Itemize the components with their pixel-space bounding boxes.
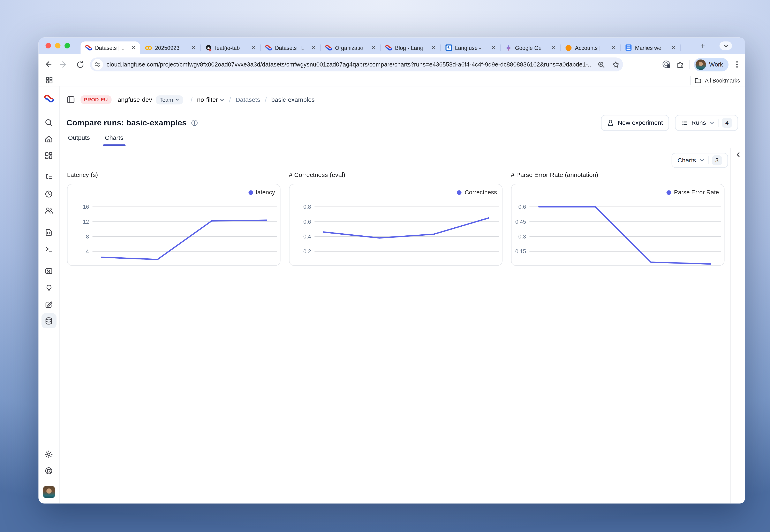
close-tab-icon[interactable]: ✕	[190, 45, 197, 51]
bookmarks-bar: All Bookmarks	[38, 75, 745, 86]
toolbar-divider	[689, 60, 690, 69]
close-tab-icon[interactable]: ✕	[490, 45, 497, 51]
tab-title: Marlies we	[635, 45, 668, 51]
browser-tab-2[interactable]: 20250923✕	[140, 41, 200, 54]
browser-menu-kebab-icon[interactable]	[733, 60, 741, 68]
browser-tab-5[interactable]: Organizatio✕	[321, 41, 380, 54]
calendar-6-favicon: 6	[445, 44, 452, 51]
browser-tab-8[interactable]: Google Ge✕	[500, 41, 560, 54]
new-tab-button[interactable]: +	[699, 42, 707, 50]
browser-tab-3[interactable]: feat(io-tab✕	[201, 41, 260, 54]
close-tab-icon[interactable]: ✕	[370, 45, 377, 51]
close-tab-icon[interactable]: ✕	[310, 45, 317, 51]
project-name[interactable]: no-filter	[197, 96, 218, 103]
chart-title: # Correctness (eval)	[289, 171, 502, 179]
line-chart-svg: 0.60.450.30.15	[511, 184, 724, 265]
browser-tab-9[interactable]: Accounts |✕	[560, 41, 620, 54]
user-avatar[interactable]	[42, 486, 55, 498]
back-button[interactable]	[41, 58, 54, 71]
collapse-panel-chevron[interactable]	[736, 152, 741, 157]
chart-title: # Parse Error Rate (annotation)	[511, 171, 724, 179]
tab-charts[interactable]: Charts	[105, 134, 123, 146]
right-panel-divider	[730, 148, 730, 503]
profile-label: Work	[709, 61, 723, 68]
support-icon	[45, 466, 53, 475]
info-icon[interactable]	[191, 119, 198, 126]
toolbar-right: Work	[662, 54, 741, 75]
browser-tab-6[interactable]: Blog - Lang✕	[380, 41, 440, 54]
forward-button[interactable]	[57, 58, 70, 71]
all-bookmarks-label[interactable]: All Bookmarks	[705, 77, 740, 83]
profile-chip[interactable]: Work	[694, 58, 729, 71]
charts-dropdown-button[interactable]: Charts 3	[672, 153, 728, 168]
url-bar[interactable]: cloud.langfuse.com/project/cmfwgv8fx002o…	[90, 57, 623, 71]
close-tab-icon[interactable]: ✕	[430, 45, 437, 51]
legend-label: Correctness	[465, 189, 497, 196]
sidebar-item-playground[interactable]	[41, 241, 56, 256]
sidebar-item-sessions[interactable]	[41, 186, 56, 201]
browser-tab-11[interactable]: docs: add✕	[681, 41, 685, 54]
maximize-window-button[interactable]	[64, 43, 70, 48]
line-chart-svg: 161284	[68, 184, 280, 265]
breadcrumb-separator: /	[229, 95, 231, 104]
close-tab-icon[interactable]: ✕	[670, 45, 677, 51]
tab-title: Accounts |	[575, 45, 608, 51]
sidebar-item-support[interactable]	[41, 463, 56, 478]
close-tab-icon[interactable]: ✕	[550, 45, 557, 51]
users-icon	[44, 206, 53, 214]
browser-tab-4[interactable]: Datasets | L✕	[261, 41, 320, 54]
langfuse-favicon	[85, 44, 92, 51]
chart-1: Latency (s)latency161284	[67, 171, 281, 266]
chart-card: latency161284	[67, 184, 281, 266]
svg-text:0.3: 0.3	[518, 234, 526, 240]
tab-outputs[interactable]: Outputs	[68, 134, 90, 146]
sidebar-item-ask-ai[interactable]	[41, 280, 56, 295]
sidebar-item-settings[interactable]	[41, 447, 56, 462]
close-window-button[interactable]	[45, 43, 51, 48]
svg-text:4: 4	[86, 248, 89, 255]
close-tab-icon[interactable]: ✕	[130, 45, 137, 51]
extensions-puzzle-icon[interactable]	[676, 60, 685, 69]
langfuse-logo[interactable]	[44, 95, 54, 102]
sidebar-item-annotation[interactable]	[41, 297, 56, 312]
sidebar-item-prompts[interactable]	[41, 225, 56, 240]
browser-tab-10[interactable]: Marlies we✕	[621, 41, 680, 54]
sidebar-item-home[interactable]	[41, 131, 56, 146]
browser-tab-1[interactable]: Datasets | L✕	[80, 41, 140, 54]
zoom-page-icon[interactable]	[598, 61, 605, 68]
sidebar-item-search[interactable]	[41, 115, 56, 130]
breadcrumb-dataset-name[interactable]: basic-examples	[271, 96, 315, 103]
app-sidebar	[38, 86, 59, 503]
new-experiment-button[interactable]: New experiment	[601, 115, 669, 131]
browser-tabs: Datasets | L✕20250923✕feat(io-tab✕Datase…	[80, 41, 685, 54]
org-type-pill[interactable]: Team	[156, 95, 183, 104]
legend-label: Parse Error Rate	[674, 189, 719, 196]
back-arrow-icon	[44, 60, 53, 69]
runs-label: Runs	[691, 119, 706, 126]
sidebar-item-tracing[interactable]	[41, 169, 56, 184]
sidebar-item-evaluation[interactable]	[41, 263, 56, 278]
apps-grid-icon[interactable]	[45, 76, 53, 84]
browser-tab-7[interactable]: 6Langfuse -✕	[440, 41, 500, 54]
sidebar-item-users[interactable]	[41, 203, 56, 218]
runs-dropdown-button[interactable]: Runs 4	[675, 115, 738, 131]
close-tab-icon[interactable]: ✕	[611, 45, 617, 51]
site-settings-icon[interactable]	[92, 59, 103, 70]
close-tab-icon[interactable]: ✕	[251, 45, 257, 51]
tab-search-button[interactable]	[720, 41, 732, 50]
minimize-window-button[interactable]	[55, 43, 61, 48]
reload-button[interactable]	[73, 58, 86, 71]
legend-dot	[249, 190, 253, 195]
password-manager-icon[interactable]	[662, 60, 671, 69]
sidebar-toggle-icon[interactable]	[67, 95, 75, 104]
bookmark-star-icon[interactable]	[612, 61, 620, 68]
url-text: cloud.langfuse.com/project/cmfwgv8fx002o…	[106, 61, 594, 68]
breadcrumb-datasets-link[interactable]: Datasets	[236, 96, 260, 103]
sidebar-item-dashboards[interactable]	[41, 148, 56, 163]
tab-charts-label: Charts	[105, 134, 123, 141]
org-name[interactable]: langfuse-dev	[116, 96, 152, 103]
forward-arrow-icon	[60, 60, 69, 69]
svg-text:0.45: 0.45	[515, 219, 526, 225]
sidebar-item-datasets[interactable]	[41, 313, 56, 328]
chevron-down-icon[interactable]	[220, 97, 224, 102]
